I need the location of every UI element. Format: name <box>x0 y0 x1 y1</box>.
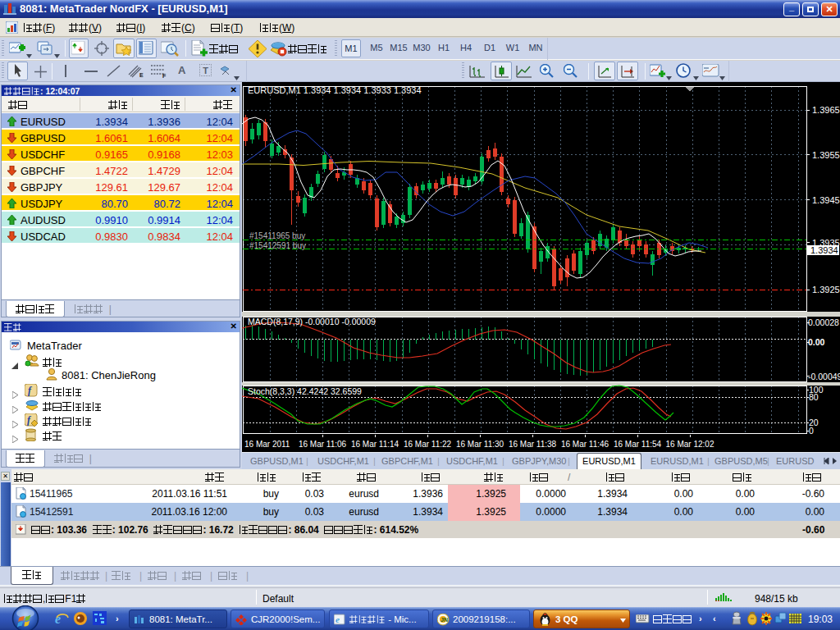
svg-text:0.00: 0.00 <box>808 337 825 347</box>
svg-text:16 Mar 11:22: 16 Mar 11:22 <box>404 440 452 449</box>
svg-text:0.00028: 0.00028 <box>808 317 839 327</box>
svg-text:JN: JN <box>441 617 448 623</box>
svg-text:e: e <box>336 614 340 624</box>
svg-text:EURUSD,M1 1.3934 1.3934 1.393: EURUSD,M1 1.3934 1.3934 1.3933 1.3934 <box>248 85 422 95</box>
svg-text:16 Mar 11:14: 16 Mar 11:14 <box>351 440 399 449</box>
svg-text:16 Mar 11:30: 16 Mar 11:30 <box>456 440 504 449</box>
svg-text:0: 0 <box>809 426 814 436</box>
svg-text:1.3965: 1.3965 <box>812 105 840 115</box>
svg-text:1.3934: 1.3934 <box>810 245 838 255</box>
svg-text:16 Mar 2011: 16 Mar 2011 <box>244 440 290 449</box>
svg-text:#15412591 buy: #15412591 buy <box>249 241 306 250</box>
svg-text:1.3955: 1.3955 <box>812 150 840 160</box>
svg-text:16 Mar 11:38: 16 Mar 11:38 <box>509 440 557 449</box>
svg-text:Stoch(8,3,3) 42.4242 32.6599: Stoch(8,3,3) 42.4242 32.6599 <box>248 386 362 396</box>
svg-text:16 Mar 11:06: 16 Mar 11:06 <box>299 440 347 449</box>
svg-text:16 Mar 11:54: 16 Mar 11:54 <box>614 440 662 449</box>
svg-text:1.3945: 1.3945 <box>812 195 840 205</box>
svg-text:80: 80 <box>809 392 819 402</box>
svg-text:16 Mar 11:46: 16 Mar 11:46 <box>561 440 609 449</box>
svg-text:F: F <box>162 73 167 78</box>
svg-text:-0.00049: -0.00049 <box>808 372 840 381</box>
svg-text:1.3925: 1.3925 <box>812 285 840 294</box>
svg-text:#15411965 buy: #15411965 buy <box>249 231 305 240</box>
svg-text:MACD(8,17,9) -0.00010 -0.00009: MACD(8,17,9) -0.00010 -0.00009 <box>248 317 376 326</box>
svg-text:E: E <box>139 72 144 78</box>
svg-text:16 Mar 12:02: 16 Mar 12:02 <box>666 440 714 449</box>
